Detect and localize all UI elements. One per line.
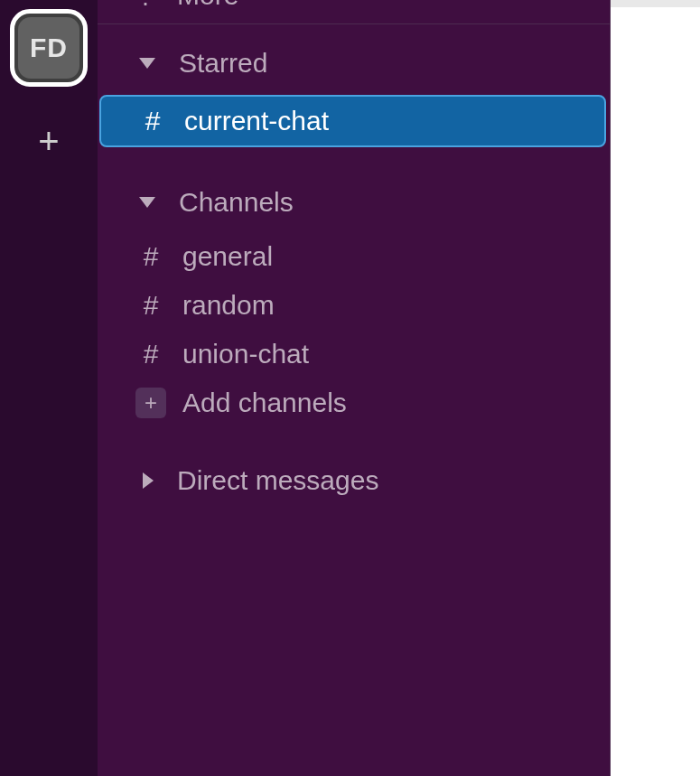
workspace-switcher[interactable]: FD xyxy=(10,9,88,87)
channel-random[interactable]: # random xyxy=(98,281,610,330)
section-label: Channels xyxy=(179,187,294,218)
channel-general[interactable]: # general xyxy=(98,232,610,281)
hash-icon: # xyxy=(139,339,163,369)
section-header-channels[interactable]: Channels xyxy=(98,173,610,232)
channel-name: random xyxy=(182,290,275,321)
caret-down-icon xyxy=(139,58,155,69)
plus-icon: + xyxy=(135,388,166,418)
hash-icon: # xyxy=(141,106,164,136)
section-label: Direct messages xyxy=(177,465,378,496)
nav-more[interactable]: ⋮ More xyxy=(98,0,610,23)
hash-icon: # xyxy=(139,290,163,321)
nav-more-label: More xyxy=(177,0,238,11)
main-content xyxy=(611,0,700,776)
channel-name: general xyxy=(182,241,273,272)
workspace-rail: FD + xyxy=(0,0,98,776)
channel-current-chat[interactable]: # current-chat xyxy=(99,95,606,147)
channel-name: union-chat xyxy=(182,339,309,369)
add-workspace-button[interactable]: + xyxy=(38,123,59,159)
section-label: Starred xyxy=(179,48,267,79)
hash-icon: # xyxy=(139,241,163,272)
channel-sidebar: ⋮ More Starred # current-chat Channels #… xyxy=(98,0,611,776)
more-icon: ⋮ xyxy=(134,0,157,7)
workspace-initials: FD xyxy=(18,17,79,79)
channel-union-chat[interactable]: # union-chat xyxy=(98,330,610,379)
divider xyxy=(98,23,610,24)
caret-down-icon xyxy=(139,197,155,208)
add-channels-label: Add channels xyxy=(182,388,347,418)
caret-right-icon xyxy=(143,472,154,489)
section-header-direct-messages[interactable]: Direct messages xyxy=(98,451,610,510)
channel-name: current-chat xyxy=(184,106,329,136)
section-header-starred[interactable]: Starred xyxy=(98,33,610,93)
add-channels-button[interactable]: + Add channels xyxy=(98,379,610,427)
